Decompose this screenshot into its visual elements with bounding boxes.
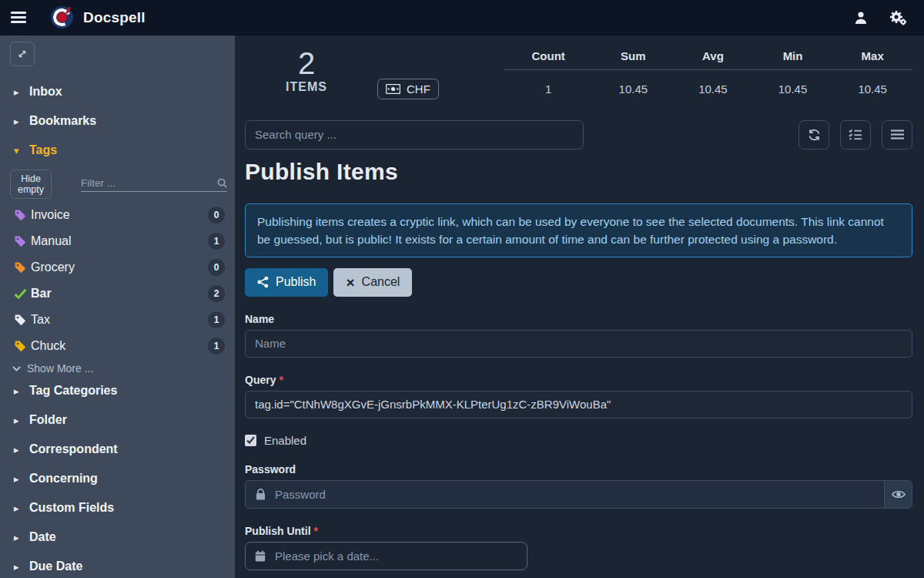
tag-item-tax[interactable]: Tax 1 (0, 307, 235, 333)
publish-until-input[interactable] (275, 549, 527, 563)
query-input[interactable] (245, 391, 912, 418)
top-navbar: Docspell (0, 0, 924, 35)
sidebar-item-label: Inbox (29, 85, 62, 99)
chevron-down-icon (12, 366, 21, 371)
stat-count: 1 (504, 70, 594, 108)
publish-until-field (245, 542, 527, 570)
tag-icon (14, 209, 31, 221)
tag-name: Manual (31, 234, 71, 248)
tag-name: Tax (31, 313, 50, 327)
sidebar-item-bookmarks[interactable]: ▸ Bookmarks (0, 106, 235, 136)
sidebar-item-label: Due Date (29, 560, 82, 573)
caret-right-icon: ▸ (14, 385, 29, 397)
tag-count-badge: 1 (208, 338, 225, 355)
toggle-password-visibility-button[interactable] (884, 481, 912, 508)
caret-right-icon: ▸ (14, 561, 29, 573)
tag-count-badge: 1 (208, 311, 225, 328)
tag-count-badge: 0 (208, 207, 225, 223)
stat-sum: 10.45 (594, 70, 674, 108)
sidebar: ▸ Inbox ▸ Bookmarks ▾ Tags Hide empty (0, 35, 235, 578)
hide-empty-button[interactable]: Hide empty (10, 170, 52, 199)
money-bill-icon (386, 84, 400, 94)
collapse-sidebar-button[interactable] (10, 42, 35, 66)
currency-stats-table: Count Sum Avg Min Max C (374, 43, 912, 108)
menu-icon[interactable] (11, 12, 26, 23)
items-count: 2 (245, 46, 368, 80)
main-content: 2 ITEMS Count Sum Avg Min Max (235, 35, 924, 578)
search-query-input[interactable] (245, 120, 584, 150)
docspell-logo[interactable] (49, 5, 75, 30)
sidebar-item-label: Correspondent (29, 442, 118, 456)
page-title: Publish Items (245, 159, 912, 185)
tag-name: Grocery (31, 260, 75, 274)
tag-item-grocery[interactable]: Grocery 0 (0, 254, 235, 281)
enabled-checkbox[interactable] (245, 435, 256, 446)
tag-item-chuck[interactable]: Chuck 1 (0, 333, 235, 359)
publish-button-label: Publish (276, 275, 316, 289)
tag-filter (81, 177, 227, 192)
sidebar-item-due-date[interactable]: ▸ Due Date (0, 552, 235, 578)
tag-count-badge: 2 (208, 285, 225, 302)
sidebar-item-label: Custom Fields (29, 501, 114, 515)
share-icon (257, 276, 269, 288)
calendar-icon (246, 550, 275, 562)
caret-right-icon: ▸ (14, 86, 29, 98)
sidebar-item-tag-categories[interactable]: ▸ Tag Categories (0, 376, 235, 405)
publish-button[interactable]: Publish (245, 268, 328, 297)
caret-right-icon: ▸ (14, 473, 29, 485)
sidebar-item-inbox[interactable]: ▸ Inbox (0, 77, 235, 106)
stat-max: 10.45 (832, 70, 912, 108)
col-max: Max (832, 43, 912, 70)
sidebar-item-label: Concerning (29, 472, 98, 486)
stat-avg: 10.45 (673, 70, 753, 108)
tag-count-badge: 0 (208, 259, 225, 276)
refresh-button[interactable] (798, 120, 829, 150)
cancel-button-label: Cancel (362, 275, 400, 289)
name-input[interactable] (245, 330, 912, 358)
col-avg: Avg (673, 43, 753, 70)
tag-item-bar[interactable]: Bar 2 (0, 281, 235, 307)
sidebar-item-label: Bookmarks (29, 114, 96, 128)
caret-right-icon: ▸ (14, 532, 29, 543)
tasks-list-button[interactable] (840, 120, 871, 150)
stat-min: 10.45 (753, 70, 833, 108)
currency-badge: CHF (377, 79, 439, 99)
tag-icon (14, 261, 31, 274)
tag-item-invoice[interactable]: Invoice 0 (0, 202, 235, 228)
user-icon[interactable] (853, 10, 869, 25)
name-label: Name (245, 313, 912, 325)
caret-right-icon: ▸ (14, 116, 29, 127)
sidebar-item-folder[interactable]: ▸ Folder (0, 405, 235, 435)
password-field (245, 480, 912, 509)
sidebar-item-correspondent[interactable]: ▸ Correspondent (0, 435, 235, 464)
sidebar-item-concerning[interactable]: ▸ Concerning (0, 464, 235, 493)
publish-info-message: Publishing items creates a cryptic link,… (245, 203, 912, 257)
x-icon: × (346, 275, 354, 290)
tag-item-manual[interactable]: Manual 1 (0, 228, 235, 254)
caret-right-icon: ▸ (14, 502, 29, 514)
gears-icon[interactable] (889, 9, 907, 26)
password-input[interactable] (275, 481, 884, 508)
currency-label: CHF (407, 82, 430, 96)
tag-icon (14, 340, 31, 352)
tag-filter-input[interactable] (81, 177, 217, 189)
search-icon (217, 178, 227, 188)
show-more-tags[interactable]: Show More ... (0, 359, 235, 376)
sidebar-item-date[interactable]: ▸ Date (0, 523, 235, 552)
tag-name: Bar (31, 287, 52, 301)
items-count-label: ITEMS (245, 80, 368, 94)
menu-bars-button[interactable] (882, 120, 912, 150)
sidebar-item-label: Folder (29, 413, 67, 427)
publish-until-label: Publish Until* (245, 525, 912, 537)
stats-header: 2 ITEMS Count Sum Avg Min Max (245, 43, 912, 108)
caret-down-icon: ▾ (14, 145, 29, 156)
sidebar-item-tags[interactable]: ▾ Tags (0, 136, 235, 165)
tag-count-badge: 1 (208, 233, 225, 250)
cancel-button[interactable]: × Cancel (333, 268, 412, 297)
sidebar-item-label: Tag Categories (29, 384, 117, 398)
enabled-label[interactable]: Enabled (264, 434, 306, 447)
app-title: Docspell (83, 9, 146, 26)
caret-right-icon: ▸ (14, 444, 29, 455)
required-asterisk: * (314, 525, 318, 537)
sidebar-item-custom-fields[interactable]: ▸ Custom Fields (0, 493, 235, 523)
